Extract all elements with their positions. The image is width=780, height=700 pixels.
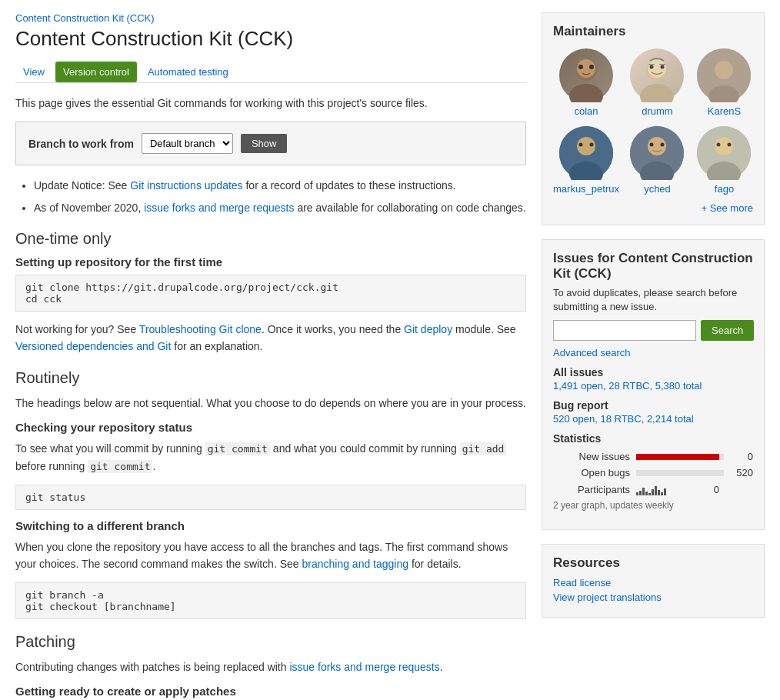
read-license-link[interactable]: Read license <box>553 577 753 588</box>
avatar-karens-img <box>697 48 751 102</box>
stat-new-issues-value: 0 <box>730 451 753 462</box>
avatar-yched <box>630 126 684 180</box>
code-commit-1: git commit <box>205 442 270 455</box>
stat-new-issues: New issues 0 <box>553 451 753 462</box>
routinely-desc: The headings below are not sequential. W… <box>15 395 526 412</box>
section-patching: Patching <box>15 633 526 651</box>
not-working-paragraph: Not working for you? See Troubleshooting… <box>15 321 526 355</box>
avatar-drumm <box>630 48 684 102</box>
maintainer-yched: yched <box>628 126 686 195</box>
avatar-yched-img <box>630 126 684 180</box>
maintainers-section: Maintainers colan <box>542 12 765 225</box>
stat-open-bugs: Open bugs 520 <box>553 467 753 478</box>
all-issues-counts: 1,491 open, 28 RTBC, 5,380 total <box>553 380 753 392</box>
search-button[interactable]: Search <box>701 320 754 341</box>
maintainer-markus-name[interactable]: markus_petrux <box>553 183 619 195</box>
versioned-link[interactable]: Versioned dependencies and Git <box>15 340 171 352</box>
all-issues-label: All issues <box>553 366 753 378</box>
code-status: git status <box>15 485 526 510</box>
svg-point-28 <box>717 143 721 147</box>
svg-point-3 <box>578 65 583 69</box>
view-translations-link[interactable]: View project translations <box>553 592 753 603</box>
stat-open-bugs-label: Open bugs <box>553 467 630 478</box>
stat-participants-sparkline <box>636 483 690 495</box>
issues-desc: To avoid duplicates, please search befor… <box>553 286 753 314</box>
resources-title: Resources <box>553 555 753 571</box>
patching-desc: Contributing changes with patches is bei… <box>15 658 526 675</box>
code-clone: git clone https://git.drupalcode.org/pro… <box>15 275 526 312</box>
all-issues-group: All issues 1,491 open, 28 RTBC, 5,380 to… <box>553 366 753 392</box>
maintainer-colan-name[interactable]: colan <box>574 105 598 117</box>
svg-point-9 <box>661 65 665 69</box>
maintainer-karens: KarenS <box>695 48 753 117</box>
search-input[interactable] <box>553 320 696 341</box>
avatar-colan-img <box>559 48 613 102</box>
maintainer-fago: fago <box>695 126 753 195</box>
branch-label: Branch to work from <box>28 138 134 150</box>
svg-point-23 <box>650 143 654 147</box>
avatar-fago <box>697 126 751 180</box>
tab-automated-testing[interactable]: Automated testing <box>140 62 236 82</box>
stat-open-bugs-value: 520 <box>730 467 753 478</box>
tab-view[interactable]: View <box>15 62 52 82</box>
svg-point-29 <box>728 143 732 147</box>
bullet-list: Update Notice: See Git instructions upda… <box>15 178 526 216</box>
branch-show-button[interactable]: Show <box>241 134 288 153</box>
see-more-link[interactable]: + See more <box>553 202 753 214</box>
intro-text: This page gives the essential Git comman… <box>15 97 526 109</box>
heading-check: Checking your repository status <box>15 421 526 434</box>
svg-point-19 <box>589 143 593 147</box>
maintainers-grid: colan <box>553 48 753 195</box>
issues-title: Issues for Content Construction Kit (CCK… <box>553 251 753 282</box>
maintainer-colan: colan <box>553 48 619 117</box>
bug-report-group: Bug report 520 open, 18 RTBC, 2,214 tota… <box>553 399 753 425</box>
git-deploy-link[interactable]: Git deploy <box>404 323 452 335</box>
issues-section: Issues for Content Construction Kit (CCK… <box>542 239 765 530</box>
stat-participants-label: Participants <box>553 484 630 495</box>
heading-switch: Switching to a different branch <box>15 519 526 532</box>
stats-title: Statistics <box>553 432 753 445</box>
avatar-fago-img <box>697 126 751 180</box>
branch-select[interactable]: Default branch <box>142 133 233 154</box>
svg-point-18 <box>578 143 582 147</box>
troubleshoot-link[interactable]: Troubleshooting Git clone <box>139 323 262 335</box>
avatar-markus-img <box>559 126 613 180</box>
heading-setup: Setting up repository for the first time <box>15 255 526 268</box>
main-content: Content Construction Kit (CCK) Content C… <box>15 12 526 700</box>
maintainer-markus: markus_petrux <box>553 126 619 195</box>
issue-forks-link-1[interactable]: issue forks and merge requests <box>144 202 294 214</box>
stat-participants-value: 0 <box>696 484 719 495</box>
avatar-markus <box>559 126 613 180</box>
maintainer-fago-name[interactable]: fago <box>715 183 734 195</box>
maintainer-drumm: drumm <box>628 48 686 117</box>
breadcrumb-link[interactable]: Content Construction Kit (CCK) <box>15 12 155 24</box>
stat-new-issues-bar <box>636 454 724 460</box>
git-instructions-link[interactable]: Git instructions updates <box>130 179 242 192</box>
maintainer-karens-name[interactable]: KarenS <box>708 105 741 117</box>
avatar-karens <box>697 48 751 102</box>
sidebar: Maintainers colan <box>542 12 765 700</box>
maintainers-title: Maintainers <box>553 24 753 39</box>
page-title: Content Construction Kit (CCK) <box>15 27 526 51</box>
resources-section: Resources Read license View project tran… <box>542 544 765 618</box>
heading-getting-ready: Getting ready to create or apply patches <box>15 685 526 698</box>
svg-rect-11 <box>659 64 665 65</box>
switch-desc: When you clone the repository you have a… <box>15 538 526 573</box>
stat-new-issues-bar-fill <box>636 454 719 460</box>
svg-point-1 <box>569 84 603 102</box>
issue-forks-link-2[interactable]: issue forks and merge requests <box>289 661 439 673</box>
maintainer-drumm-name[interactable]: drumm <box>642 105 672 117</box>
tab-version-control[interactable]: Version control <box>55 62 137 82</box>
stat-new-issues-label: New issues <box>553 451 630 462</box>
breadcrumb[interactable]: Content Construction Kit (CCK) <box>15 12 526 24</box>
bug-report-label: Bug report <box>553 399 753 412</box>
section-routinely: Routinely <box>15 369 526 387</box>
tabs-bar: View Version control Automated testing <box>15 62 526 83</box>
section-one-time: One-time only <box>15 230 526 248</box>
code-branch: git branch -a git checkout [branchname] <box>15 582 526 619</box>
branching-tagging-link[interactable]: branching and tagging <box>302 558 408 570</box>
check-desc: To see what you will commit by running g… <box>15 440 526 475</box>
list-item: As of November 2020, issue forks and mer… <box>34 200 526 216</box>
advanced-search-link[interactable]: Advanced search <box>553 347 753 358</box>
maintainer-yched-name[interactable]: yched <box>644 183 671 195</box>
